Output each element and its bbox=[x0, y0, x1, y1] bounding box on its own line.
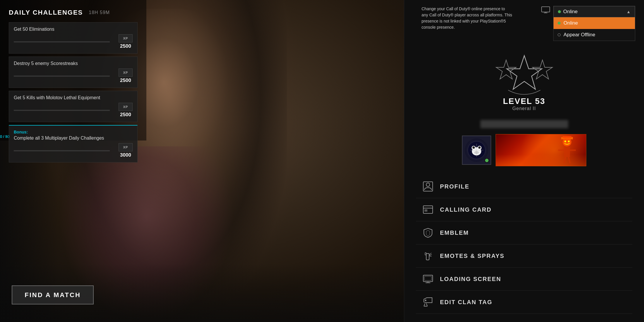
dot-offline-icon bbox=[558, 33, 561, 36]
status-area: Change your Call of Duty® online presenc… bbox=[518, 6, 635, 41]
svg-point-19 bbox=[568, 141, 570, 142]
challenge-item-1: Get 50 Eliminations 0 / 50 XP 2500 bbox=[9, 22, 138, 54]
status-current-label: Online bbox=[563, 9, 578, 15]
svg-marker-5 bbox=[532, 60, 552, 79]
level-label: LEVEL 53 bbox=[503, 97, 545, 106]
challenge-name-2: Destroy 5 enemy Scorestreaks bbox=[14, 61, 133, 66]
emotes-icon-container bbox=[422, 250, 434, 262]
daily-challenges-title: DAILY CHALLENGES bbox=[9, 9, 83, 16]
menu-item-emblem[interactable]: EMBLEM bbox=[416, 221, 632, 244]
username-blurred bbox=[480, 120, 568, 128]
rank-name: General II bbox=[503, 106, 545, 111]
xp-value-1: 2500 bbox=[120, 43, 131, 49]
svg-point-11 bbox=[478, 146, 481, 149]
xp-badge-1: XP 2500 bbox=[119, 34, 133, 49]
challenge-name-3: Get 5 Kills with Molotov Lethal Equipmen… bbox=[14, 95, 133, 100]
status-dropdown-trigger[interactable]: Online ▲ bbox=[554, 6, 635, 17]
challenge-item-2: Destroy 5 enemy Scorestreaks 0 / 5 XP 25… bbox=[9, 56, 138, 88]
rank-badge-svg bbox=[495, 53, 554, 97]
rank-display: LEVEL 53 General II bbox=[416, 53, 632, 117]
svg-line-32 bbox=[429, 253, 431, 255]
menu-item-profile[interactable]: PROFILE bbox=[416, 175, 632, 198]
challenge-item-3: Get 5 Kills with Molotov Lethal Equipmen… bbox=[9, 91, 138, 122]
daily-challenges-header: DAILY CHALLENGES 18H 59M bbox=[9, 9, 138, 16]
menu-label-emotes-sprays: EMOTES & SPRAYS bbox=[440, 253, 504, 259]
svg-point-17 bbox=[563, 138, 571, 146]
emblem-image bbox=[465, 138, 488, 162]
svg-rect-38 bbox=[424, 276, 431, 280]
svg-line-41 bbox=[426, 303, 427, 306]
svg-rect-20 bbox=[564, 147, 570, 157]
xp-value-2: 2500 bbox=[120, 78, 131, 83]
clan-tag-icon-container bbox=[422, 296, 434, 308]
svg-point-10 bbox=[472, 146, 475, 149]
svg-line-24 bbox=[568, 157, 570, 163]
loading-screen-icon-container bbox=[422, 273, 434, 285]
xp-badge-2: XP 2500 bbox=[119, 68, 133, 83]
status-option-online-label: Online bbox=[564, 20, 578, 26]
rank-badge bbox=[495, 53, 554, 97]
calling-card-preview[interactable] bbox=[496, 134, 586, 166]
menu-item-loading-screen[interactable]: LOADING SCREEN bbox=[416, 268, 632, 291]
svg-line-23 bbox=[564, 157, 566, 163]
tag-icon bbox=[423, 297, 433, 307]
svg-point-26 bbox=[426, 183, 430, 186]
right-panel: Change your Call of Duty® online presenc… bbox=[404, 0, 644, 322]
svg-line-40 bbox=[424, 303, 425, 306]
menu-list: PROFILE CALLING CARD bbox=[416, 175, 632, 314]
svg-marker-4 bbox=[496, 60, 516, 79]
menu-label-loading-screen: LOADING SCREEN bbox=[440, 276, 501, 282]
emblem-icon-container bbox=[422, 227, 434, 239]
menu-label-emblem: EMBLEM bbox=[440, 229, 469, 236]
challenge-name-bonus: Complete all 3 Multiplayer Daily Challen… bbox=[14, 136, 133, 141]
spray-icon bbox=[423, 251, 433, 261]
svg-line-34 bbox=[429, 256, 431, 256]
shield-icon bbox=[423, 227, 433, 238]
xp-value-bonus: 3000 bbox=[120, 152, 131, 158]
svg-rect-35 bbox=[423, 275, 433, 282]
xp-badge-3: XP 2500 bbox=[119, 103, 133, 118]
chevron-up-icon: ▲ bbox=[626, 9, 631, 14]
online-status-indicator bbox=[484, 158, 489, 163]
profile-icon bbox=[423, 181, 433, 192]
menu-item-calling-card[interactable]: CALLING CARD bbox=[416, 198, 632, 221]
challenge-item-bonus: Bonus: Complete all 3 Multiplayer Daily … bbox=[9, 125, 138, 162]
username-area bbox=[416, 120, 632, 128]
dot-online-icon bbox=[558, 22, 561, 25]
status-dot-online bbox=[558, 10, 561, 13]
left-panel: DAILY CHALLENGES 18H 59M Get 50 Eliminat… bbox=[0, 0, 146, 141]
svg-rect-30 bbox=[426, 254, 429, 260]
status-option-online[interactable]: Online bbox=[554, 17, 635, 29]
avatar-calling-card-row bbox=[416, 134, 632, 166]
emblem-icon-svg bbox=[467, 141, 486, 160]
svg-point-18 bbox=[564, 141, 566, 142]
player-emblem[interactable] bbox=[462, 136, 491, 165]
svg-rect-31 bbox=[425, 253, 426, 255]
xp-badge-bonus: XP 3000 bbox=[119, 143, 133, 158]
challenge-progress-bonus: 0 / 3 bbox=[0, 134, 7, 139]
monitor-icon-area bbox=[541, 6, 550, 15]
status-option-offline-label: Appear Offline bbox=[564, 32, 595, 38]
challenge-name-1: Get 50 Eliminations bbox=[14, 27, 133, 32]
level-info: LEVEL 53 General II bbox=[503, 97, 545, 111]
find-match-button[interactable]: FIND A MATCH bbox=[12, 285, 94, 304]
svg-point-39 bbox=[425, 300, 427, 301]
svg-line-33 bbox=[429, 255, 432, 255]
daily-timer: 18H 59M bbox=[89, 10, 110, 15]
xp-value-3: 2500 bbox=[120, 112, 131, 118]
menu-item-edit-clan-tag[interactable]: EDIT CLAN TAG bbox=[416, 291, 632, 314]
status-option-offline[interactable]: Appear Offline bbox=[554, 29, 635, 41]
calling-card-icon-container bbox=[422, 203, 434, 216]
profile-icon-container bbox=[422, 180, 434, 193]
bonus-label: Bonus: bbox=[14, 130, 133, 134]
menu-label-calling-card: CALLING CARD bbox=[440, 206, 491, 213]
find-match-label: FIND A MATCH bbox=[25, 291, 81, 299]
menu-label-edit-clan-tag: EDIT CLAN TAG bbox=[440, 299, 492, 306]
menu-item-emotes-sprays[interactable]: EMOTES & SPRAYS bbox=[416, 244, 632, 268]
calling-card-figure-svg bbox=[554, 136, 580, 165]
status-tooltip: Change your Call of Duty® online presenc… bbox=[422, 6, 512, 30]
menu-label-profile: PROFILE bbox=[440, 183, 470, 190]
card-icon bbox=[423, 204, 433, 215]
status-dropdown-menu: Online ▲ Online Appear Offline bbox=[553, 6, 635, 41]
screen-icon bbox=[423, 274, 433, 284]
